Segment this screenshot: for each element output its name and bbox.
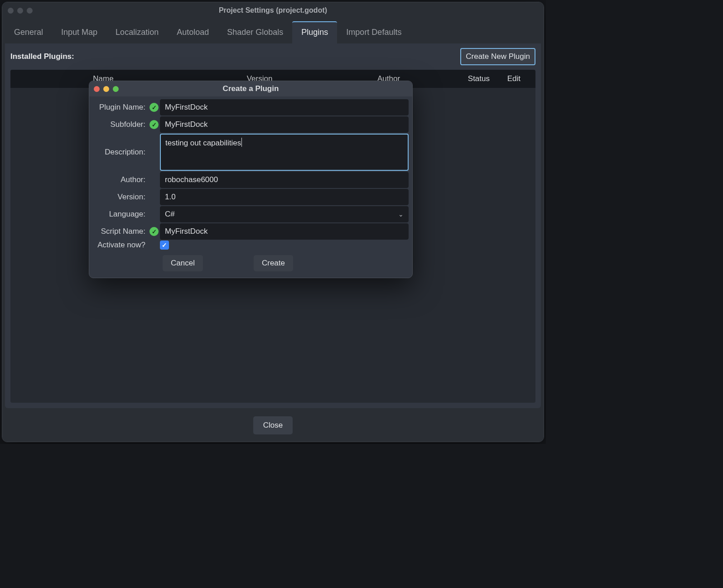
tab-shader-globals[interactable]: Shader Globals [218, 21, 292, 43]
window-maximize-icon[interactable] [27, 8, 33, 14]
titlebar: Project Settings (project.godot) [2, 2, 544, 19]
tab-import-defaults[interactable]: Import Defaults [337, 21, 410, 43]
dialog-minimize-icon[interactable] [103, 86, 109, 92]
dialog-traffic-lights [94, 86, 119, 92]
description-label: Description: [92, 148, 148, 157]
valid-check-icon: ✓ [149, 103, 159, 112]
description-input[interactable]: testing out capabilities [160, 134, 409, 171]
tab-general[interactable]: General [5, 21, 52, 43]
column-header-status[interactable]: Status [454, 70, 495, 88]
create-plugin-dialog: Create a Plugin Plugin Name: ✓ Subfolder… [89, 81, 413, 278]
window-close-icon[interactable] [8, 8, 14, 14]
window-minimize-icon[interactable] [17, 8, 23, 14]
script-name-label: Script Name: [92, 227, 148, 236]
dialog-maximize-icon[interactable] [113, 86, 119, 92]
tabs-row: General Input Map Localization Autoload … [2, 19, 544, 43]
language-select[interactable]: C# ⌄ [160, 206, 409, 222]
window-title: Project Settings (project.godot) [2, 6, 544, 14]
chevron-down-icon: ⌄ [398, 211, 404, 218]
script-name-input[interactable] [160, 223, 409, 240]
valid-check-icon: ✓ [149, 120, 159, 129]
version-label: Version: [92, 193, 148, 202]
tab-input-map[interactable]: Input Map [52, 21, 106, 43]
installed-header: Installed Plugins: Create New Plugin [5, 43, 541, 70]
author-label: Author: [92, 175, 148, 184]
column-header-edit[interactable]: Edit [495, 70, 522, 88]
cancel-button[interactable]: Cancel [163, 255, 203, 271]
window-traffic-lights [8, 8, 33, 14]
language-select-value: C# [165, 210, 175, 219]
dialog-close-icon[interactable] [94, 86, 100, 92]
dialog-buttons: Cancel Create [92, 251, 296, 271]
plugin-name-label: Plugin Name: [92, 103, 148, 112]
tab-plugins[interactable]: Plugins [292, 21, 337, 43]
dialog-title: Create a Plugin [89, 84, 412, 93]
create-button[interactable]: Create [254, 255, 293, 271]
footer: Close [2, 411, 544, 442]
version-input[interactable] [160, 189, 409, 205]
language-label: Language: [92, 210, 148, 219]
dialog-titlebar: Create a Plugin [89, 81, 412, 96]
create-plugin-form: Plugin Name: ✓ Subfolder: ✓ Description:… [89, 96, 412, 278]
valid-check-icon: ✓ [149, 227, 159, 236]
plugin-name-input[interactable] [160, 99, 409, 116]
subfolder-input[interactable] [160, 116, 409, 133]
tab-localization[interactable]: Localization [106, 21, 168, 43]
activate-now-label: Activate now? [92, 241, 148, 250]
subfolder-label: Subfolder: [92, 120, 148, 129]
close-button[interactable]: Close [253, 416, 293, 434]
installed-plugins-label: Installed Plugins: [10, 52, 74, 61]
create-new-plugin-button[interactable]: Create New Plugin [460, 48, 535, 65]
activate-now-checkbox[interactable]: ✓ [160, 241, 169, 250]
tab-autoload[interactable]: Autoload [168, 21, 218, 43]
author-input[interactable] [160, 172, 409, 188]
